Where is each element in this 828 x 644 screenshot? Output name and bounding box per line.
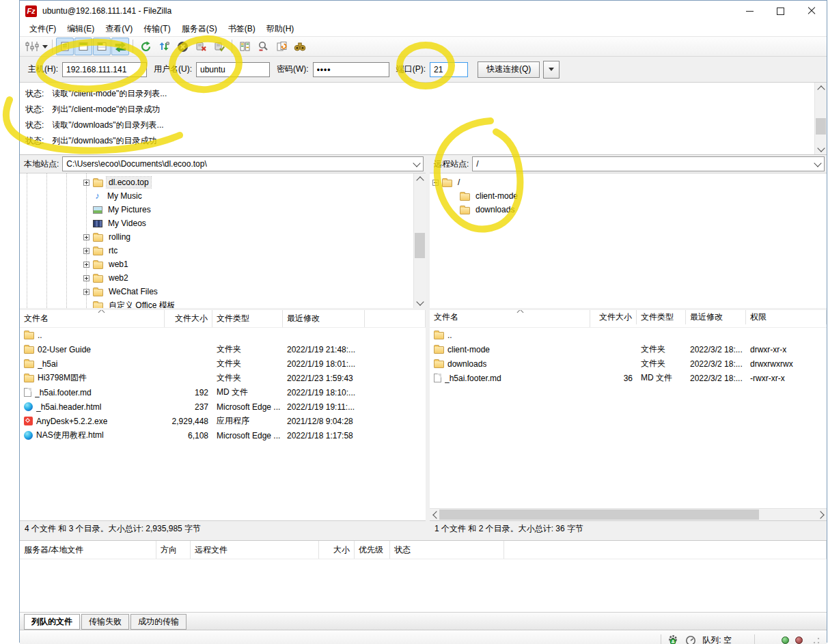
tree-item[interactable]: My Music xyxy=(20,189,426,203)
expand-icon[interactable] xyxy=(83,234,89,240)
column-header[interactable]: 大小 xyxy=(319,541,355,559)
tree-item[interactable]: web2 xyxy=(20,271,426,285)
file-row[interactable]: client-mode文件夹2022/3/2 18:...drwxr-xr-x xyxy=(430,342,827,356)
column-header[interactable]: 服务器/本地文件 xyxy=(20,541,156,559)
expand-icon[interactable] xyxy=(83,262,89,268)
queue-tab[interactable]: 传输失败 xyxy=(81,614,129,630)
column-header[interactable]: 优先级 xyxy=(355,541,390,559)
scroll-up-arrow-icon[interactable] xyxy=(815,83,827,94)
queue-tab[interactable]: 列队的文件 xyxy=(24,614,80,630)
quickconnect-dropdown-button[interactable] xyxy=(543,61,560,79)
tree-item[interactable]: dl.ecoo.top xyxy=(20,176,426,189)
maximize-button[interactable] xyxy=(765,1,796,21)
site-manager-button[interactable] xyxy=(24,38,49,55)
tree-item[interactable]: WeChat Files xyxy=(20,285,426,298)
menu-item[interactable]: 服务器(S) xyxy=(176,21,223,37)
menu-item[interactable]: 文件(F) xyxy=(24,21,61,37)
column-header[interactable]: 最近修改 xyxy=(686,310,746,324)
expand-icon[interactable] xyxy=(83,248,89,254)
toggle-remote-tree-button[interactable] xyxy=(93,38,111,55)
file-row[interactable]: _h5ai.footer.md192MD 文件2022/1/19 18:10:.… xyxy=(20,385,426,400)
file-row[interactable]: .. xyxy=(430,328,827,342)
tree-item[interactable]: client-mode xyxy=(430,189,827,203)
filter-button[interactable] xyxy=(254,38,272,55)
column-header[interactable]: 方向 xyxy=(156,541,191,559)
toggle-local-tree-button[interactable] xyxy=(74,38,92,55)
tree-item-label: downloads xyxy=(473,204,516,215)
column-header[interactable]: 文件类型 xyxy=(212,310,283,327)
scroll-up-arrow-icon[interactable] xyxy=(414,173,426,184)
log-scrollbar[interactable] xyxy=(814,83,827,154)
column-header-label: 权限 xyxy=(750,311,767,323)
file-row[interactable]: AnyDesk+5.2.2.exe2,929,448应用程序2021/12/8 … xyxy=(20,414,426,428)
process-queue-button[interactable] xyxy=(155,38,173,55)
port-input[interactable] xyxy=(430,62,468,77)
menu-item[interactable]: 查看(V) xyxy=(100,21,138,37)
expand-icon[interactable] xyxy=(83,275,89,281)
menu-item[interactable]: 帮助(H) xyxy=(261,21,300,37)
tree-item[interactable]: / xyxy=(430,176,827,189)
scrollbar-thumb[interactable] xyxy=(439,509,759,520)
find-files-button[interactable] xyxy=(291,38,309,55)
reconnect-button[interactable] xyxy=(210,38,228,55)
tree-item[interactable]: rtc xyxy=(20,244,426,257)
cancel-operation-button[interactable] xyxy=(174,38,191,55)
menu-item[interactable]: 书签(B) xyxy=(223,21,261,37)
speed-limit-dial-icon[interactable] xyxy=(685,635,696,644)
folder-icon xyxy=(460,193,470,201)
column-header[interactable]: 文件名 xyxy=(430,310,590,324)
scroll-down-arrow-icon[interactable] xyxy=(414,297,426,308)
expand-icon[interactable] xyxy=(83,289,89,295)
synchronized-browsing-button[interactable] xyxy=(273,38,290,55)
resize-grip-icon[interactable] xyxy=(813,637,820,644)
refresh-button[interactable] xyxy=(137,38,154,55)
collapse-icon[interactable] xyxy=(432,180,439,186)
directory-comparison-button[interactable] xyxy=(236,38,253,55)
disconnect-button[interactable] xyxy=(192,38,210,55)
file-row[interactable]: NAS使用教程.html6,108Microsoft Edge ...2022/… xyxy=(20,428,426,443)
file-row[interactable]: .. xyxy=(20,328,426,342)
tree-item[interactable]: My Pictures xyxy=(20,203,426,216)
menu-item[interactable]: 编辑(E) xyxy=(61,21,100,37)
file-row[interactable]: downloads文件夹2022/3/2 18:...drwxrwxrwx xyxy=(430,356,827,371)
column-header[interactable]: 远程文件 xyxy=(191,541,319,559)
queue-tab[interactable]: 成功的传输 xyxy=(130,614,187,630)
log-message: 列出"/client-mode"的目录成功 xyxy=(52,104,160,115)
remote-path-combobox[interactable]: / xyxy=(472,156,825,171)
expand-icon[interactable] xyxy=(83,180,89,186)
tree-item[interactable]: downloads xyxy=(430,203,827,216)
tree-item[interactable]: rolling xyxy=(20,230,426,244)
scroll-down-arrow-icon[interactable] xyxy=(815,143,827,154)
close-button[interactable] xyxy=(796,1,827,21)
password-input[interactable] xyxy=(313,62,389,77)
file-row[interactable]: Hi3798M固件文件夹2022/1/23 1:59:43 xyxy=(20,371,426,385)
column-header[interactable]: 文件名 xyxy=(20,310,165,327)
tree-item[interactable]: My Videos xyxy=(20,216,426,230)
minimize-button[interactable] xyxy=(734,1,765,21)
menu-item[interactable]: 传输(T) xyxy=(138,21,176,37)
tree-item[interactable]: 自定义 Office 模板 xyxy=(20,298,426,308)
toggle-transfer-queue-button[interactable] xyxy=(111,38,129,55)
column-header[interactable]: 最近修改 xyxy=(283,310,365,327)
scrollbar-thumb[interactable] xyxy=(816,118,826,135)
column-header[interactable]: 文件大小 xyxy=(165,310,212,327)
column-header[interactable]: 文件类型 xyxy=(637,310,686,324)
local-path-combobox[interactable]: C:\Users\ecoo\Documents\dl.ecoo.top\ xyxy=(62,156,424,171)
tree-item[interactable]: web1 xyxy=(20,257,426,271)
local-tree-scrollbar[interactable] xyxy=(413,173,426,308)
column-header[interactable]: 文件大小 xyxy=(590,310,637,324)
file-row[interactable]: _h5ai.footer.md36MD 文件2022/3/2 18:...-rw… xyxy=(430,371,827,385)
scrollbar-thumb[interactable] xyxy=(415,233,425,258)
quickconnect-button[interactable]: 快速连接(Q) xyxy=(478,61,540,78)
username-input[interactable] xyxy=(196,62,270,77)
file-row[interactable]: _h5ai.header.html237Microsoft Edge ...20… xyxy=(20,400,426,414)
column-header[interactable]: 状态 xyxy=(390,541,504,559)
column-header[interactable]: 权限 xyxy=(746,310,827,324)
toggle-log-panel-button[interactable] xyxy=(56,38,74,55)
scroll-right-arrow-icon[interactable] xyxy=(816,509,827,520)
remote-horizontal-scrollbar[interactable] xyxy=(430,508,827,520)
file-row[interactable]: _h5ai文件夹2022/1/19 18:01:... xyxy=(20,356,426,371)
queue-settings-gear-icon[interactable]: A xyxy=(667,634,679,644)
file-row[interactable]: 02-User Guide文件夹2022/1/19 21:48:... xyxy=(20,342,426,356)
host-input[interactable] xyxy=(62,62,147,77)
